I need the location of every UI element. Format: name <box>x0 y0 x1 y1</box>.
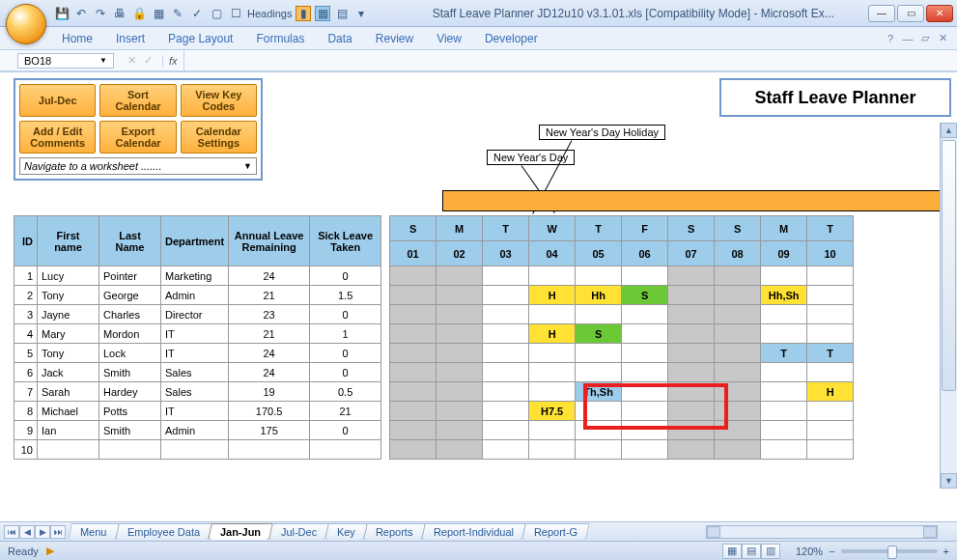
calendar-cell[interactable]: H7.5 <box>529 402 576 421</box>
calendar-cell[interactable] <box>529 344 576 363</box>
tab-nav-next-icon[interactable]: ▶ <box>35 525 50 539</box>
calendar-cell[interactable] <box>668 266 715 286</box>
ribbon-help-icon[interactable]: ? <box>884 32 897 45</box>
undo-icon[interactable]: ↶ <box>73 6 89 21</box>
cal-date-header[interactable]: 06 <box>622 241 668 266</box>
export-calendar-button[interactable]: Export Calendar <box>99 121 176 154</box>
calendar-cell[interactable] <box>715 440 761 460</box>
calendar-cell[interactable] <box>483 344 529 363</box>
fx-button[interactable]: fx <box>162 55 183 67</box>
calendar-cell[interactable] <box>576 421 622 440</box>
ribbon-minimize-icon[interactable]: — <box>901 32 915 45</box>
calendar-cell[interactable] <box>576 344 622 363</box>
table-row[interactable]: 10 <box>14 440 381 460</box>
save-icon[interactable]: 💾 <box>54 6 70 21</box>
normal-view-icon[interactable]: ▦ <box>722 544 742 559</box>
calendar-row[interactable]: HS <box>390 324 854 344</box>
calendar-cell[interactable] <box>529 363 576 382</box>
calendar-cell[interactable] <box>436 266 483 286</box>
sheet-tab-jul-dec[interactable]: Jul-Dec <box>268 523 329 540</box>
calendar-cell[interactable] <box>483 363 529 382</box>
calendar-row[interactable]: H7.5 <box>390 402 854 421</box>
calendar-cell[interactable] <box>436 440 483 460</box>
calendar-cell[interactable] <box>622 402 668 421</box>
calendar-cell[interactable] <box>390 324 436 344</box>
calendar-cell[interactable] <box>390 344 436 363</box>
calendar-cell[interactable] <box>761 382 807 402</box>
calendar-cell[interactable] <box>576 402 622 421</box>
calendar-cell[interactable] <box>622 421 668 440</box>
calendar-cell[interactable] <box>483 402 529 421</box>
calendar-cell[interactable] <box>715 324 761 344</box>
calendar-table[interactable]: SMTWTFSSMT 01020304050607080910 HHhSHh,S… <box>389 215 854 460</box>
qat-more-icon[interactable]: ▾ <box>353 6 369 21</box>
redo-icon[interactable]: ↷ <box>93 6 108 21</box>
table-row[interactable]: 3JayneCharlesDirector230 <box>14 305 381 324</box>
calendar-cell[interactable] <box>529 266 576 286</box>
cal-day-header[interactable]: S <box>668 216 715 241</box>
th-sick-leave[interactable]: Sick Leave Taken <box>310 216 381 266</box>
calendar-cell[interactable] <box>436 344 483 363</box>
vertical-scrollbar[interactable]: ▲ ▼ <box>940 123 957 489</box>
add-edit-comments-button[interactable]: Add / Edit Comments <box>19 121 96 154</box>
horizontal-scrollbar[interactable] <box>706 525 938 539</box>
calendar-cell[interactable] <box>622 266 668 286</box>
calendar-cell[interactable] <box>436 402 483 421</box>
calendar-cell[interactable] <box>390 421 436 440</box>
sheet-tab-report-individual[interactable]: Report-Individual <box>421 523 526 540</box>
calendar-cell[interactable] <box>807 421 854 440</box>
name-box-dropdown-icon[interactable]: ▼ <box>99 56 107 65</box>
cal-day-header[interactable]: T <box>807 216 854 241</box>
page-layout-view-icon[interactable]: ▤ <box>742 544 761 559</box>
view-key-codes-button[interactable]: View Key Codes <box>181 84 257 117</box>
ribbon-tab-review[interactable]: Review <box>364 28 425 49</box>
calendar-cell[interactable] <box>807 286 854 305</box>
calendar-row[interactable] <box>390 305 854 324</box>
calendar-cell[interactable] <box>529 421 576 440</box>
calendar-row[interactable]: TT <box>390 344 854 363</box>
cal-day-header[interactable]: S <box>715 216 761 241</box>
view2-icon[interactable]: ▦ <box>315 6 330 21</box>
calendar-cell[interactable] <box>668 286 715 305</box>
ribbon-tab-data[interactable]: Data <box>316 28 363 49</box>
sheet-tab-jan-jun[interactable]: Jan-Jun <box>208 523 273 540</box>
calendar-cell[interactable] <box>390 402 436 421</box>
table-row[interactable]: 9IanSmithAdmin1750 <box>14 421 381 440</box>
calendar-cell[interactable] <box>483 324 529 344</box>
ribbon-tab-developer[interactable]: Developer <box>473 28 549 49</box>
tab-nav-last-icon[interactable]: ⏭ <box>50 525 66 539</box>
th-department[interactable]: Department <box>161 216 229 266</box>
calendar-cell[interactable] <box>529 382 576 402</box>
calendar-cell[interactable]: T <box>761 344 807 363</box>
calendar-cell[interactable]: H <box>807 382 854 402</box>
calendar-cell[interactable]: T <box>807 344 854 363</box>
calendar-cell[interactable] <box>807 402 854 421</box>
calendar-cell[interactable] <box>761 266 807 286</box>
calendar-cell[interactable] <box>622 440 668 460</box>
calendar-cell[interactable] <box>390 440 436 460</box>
ribbon-tab-view[interactable]: View <box>425 28 473 49</box>
zoom-out-icon[interactable]: − <box>829 546 834 557</box>
calendar-cell[interactable] <box>390 266 436 286</box>
calendar-cell[interactable] <box>483 382 529 402</box>
calendar-cell[interactable] <box>576 266 622 286</box>
office-button[interactable] <box>6 4 46 44</box>
calendar-cell[interactable] <box>761 305 807 324</box>
cal-day-header[interactable]: S <box>390 216 436 241</box>
calendar-cell[interactable] <box>436 305 483 324</box>
calendar-cell[interactable] <box>715 402 761 421</box>
th-lastname[interactable]: Last Name <box>99 216 161 266</box>
cal-date-header[interactable]: 05 <box>576 241 622 266</box>
sheet-tab-key[interactable]: Key <box>324 523 368 540</box>
cal-date-header[interactable]: 07 <box>668 241 715 266</box>
calendar-cell[interactable] <box>668 440 715 460</box>
tab-nav-prev-icon[interactable]: ◀ <box>19 525 35 539</box>
calendar-row[interactable] <box>390 363 854 382</box>
scroll-down-icon[interactable]: ▼ <box>941 473 957 489</box>
calendar-cell[interactable] <box>483 440 529 460</box>
tool1-icon[interactable]: ▦ <box>151 6 166 21</box>
cal-day-header[interactable]: F <box>622 216 668 241</box>
table-row[interactable]: 1LucyPointerMarketing240 <box>14 266 381 286</box>
cancel-formula-icon[interactable]: ✕ <box>124 54 140 67</box>
cal-day-header[interactable]: W <box>529 216 576 241</box>
